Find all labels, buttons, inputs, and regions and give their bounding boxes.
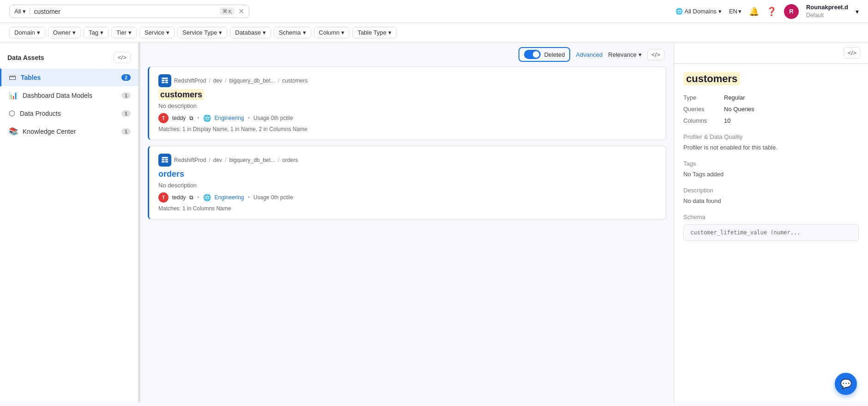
data-products-icon: ⬡ bbox=[9, 109, 15, 118]
svg-rect-4 bbox=[165, 82, 168, 83]
knowledge-icon: 📚 bbox=[9, 127, 18, 136]
tags-section: Tags No Tags added bbox=[683, 160, 859, 178]
chevron-down-icon: ▾ bbox=[738, 8, 741, 15]
domain-selector[interactable]: 🌐 All Domains ▾ bbox=[675, 8, 722, 15]
language-selector[interactable]: EN ▾ bbox=[729, 8, 741, 15]
globe-icon: 🌐 bbox=[675, 8, 683, 15]
copy-icon[interactable]: ⧉ bbox=[189, 115, 193, 121]
result-title-orders: orders bbox=[158, 169, 657, 179]
advanced-button[interactable]: Advanced bbox=[576, 51, 603, 58]
clear-search-button[interactable]: ✕ bbox=[238, 7, 244, 16]
usage-label: Usage 0th pctile bbox=[253, 194, 293, 201]
svg-rect-7 bbox=[165, 159, 168, 161]
sort-dropdown[interactable]: Relevance ▾ bbox=[608, 51, 641, 58]
result-description: No description bbox=[158, 102, 657, 109]
sidebar-expand-button[interactable]: </> bbox=[114, 52, 131, 63]
team-link[interactable]: Engineering bbox=[215, 194, 244, 201]
search-area: All ▾ ⌘ K ✕ bbox=[9, 5, 249, 18]
result-meta: T teddy ⧉ • 🌐 Engineering • Usage 0th pc… bbox=[158, 192, 657, 203]
usage-label: Usage 0th pctile bbox=[253, 115, 293, 121]
chevron-down-icon: ▾ bbox=[303, 29, 306, 36]
chevron-down-icon: ▾ bbox=[718, 8, 722, 15]
search-type-dropdown[interactable]: All ▾ bbox=[14, 8, 30, 15]
deleted-toggle-container: Deleted bbox=[518, 47, 571, 62]
chevron-down-icon: ▾ bbox=[23, 8, 26, 15]
notifications-button[interactable]: 🔔 bbox=[749, 6, 759, 17]
filter-service[interactable]: Service▾ bbox=[139, 27, 175, 38]
avatar[interactable]: R bbox=[784, 4, 799, 19]
svg-rect-1 bbox=[162, 80, 164, 81]
results-area: Deleted Advanced Relevance ▾ </> Redshif… bbox=[140, 42, 674, 402]
chevron-down-icon[interactable]: ▾ bbox=[856, 8, 859, 15]
chevron-down-icon: ▾ bbox=[128, 29, 132, 36]
filter-database[interactable]: Database▾ bbox=[230, 27, 271, 38]
globe-icon: 🌐 bbox=[203, 114, 211, 122]
panel-expand-button[interactable]: </> bbox=[844, 47, 861, 59]
owner-name: teddy bbox=[172, 194, 186, 201]
top-right-actions: 🌐 All Domains ▾ EN ▾ 🔔 ❓ R Rounakpreet.d… bbox=[675, 3, 859, 19]
chevron-down-icon: ▾ bbox=[166, 29, 169, 36]
dashboard-icon: 📊 bbox=[9, 91, 18, 100]
team-link[interactable]: Engineering bbox=[215, 115, 244, 121]
chevron-down-icon: ▾ bbox=[639, 51, 642, 58]
chevron-down-icon: ▾ bbox=[100, 29, 103, 36]
chat-fab-button[interactable]: 💬 bbox=[835, 373, 857, 395]
results-expand-button[interactable]: </> bbox=[647, 49, 664, 60]
filter-tag[interactable]: Tag▾ bbox=[84, 27, 108, 38]
copy-icon[interactable]: ⧉ bbox=[189, 194, 193, 201]
filter-column[interactable]: Column▾ bbox=[314, 27, 350, 38]
result-matches: Matches: 1 in Display Name, 1 in Name, 2… bbox=[158, 126, 657, 132]
svg-rect-2 bbox=[165, 80, 168, 81]
sidebar-item-knowledge-center[interactable]: 📚 Knowledge Center 1 bbox=[0, 122, 138, 140]
sidebar-item-data-products[interactable]: ⬡ Data Products 1 bbox=[0, 104, 138, 122]
filter-owner[interactable]: Owner▾ bbox=[48, 27, 81, 38]
panel-title: customers bbox=[683, 73, 859, 85]
panel-content: customers Type Regular Queries No Querie… bbox=[674, 64, 868, 259]
profiler-section: Profiler & Data Quality Profiler is not … bbox=[683, 133, 859, 151]
filter-service-type[interactable]: Service Type▾ bbox=[177, 27, 227, 38]
schema-preview: customer_lifetime_value (numer... bbox=[683, 224, 859, 241]
filter-table-type[interactable]: Table Type▾ bbox=[352, 27, 397, 38]
owner-name: teddy bbox=[172, 115, 186, 121]
result-matches: Matches: 1 in Columns Name bbox=[158, 205, 657, 212]
filter-tier[interactable]: Tier▾ bbox=[111, 27, 137, 38]
table-icon bbox=[158, 154, 171, 167]
result-meta: T teddy ⧉ • 🌐 Engineering • Usage 0th pc… bbox=[158, 113, 657, 123]
chevron-down-icon: ▾ bbox=[72, 29, 76, 36]
svg-rect-5 bbox=[162, 157, 168, 158]
description-section: Description No data found bbox=[683, 187, 859, 204]
owner-avatar: T bbox=[158, 192, 169, 203]
globe-icon: 🌐 bbox=[203, 194, 211, 201]
user-info[interactable]: Rounakpreet.d Default bbox=[806, 3, 848, 19]
sidebar-item-tables[interactable]: 🗃 Tables 2 bbox=[0, 69, 138, 86]
filter-schema[interactable]: Schema▾ bbox=[274, 27, 311, 38]
chat-icon: 💬 bbox=[840, 378, 852, 389]
help-button[interactable]: ❓ bbox=[766, 6, 777, 17]
sidebar-item-dashboard-data-models[interactable]: 📊 Dashboard Data Models 1 bbox=[0, 86, 138, 104]
results-toolbar: Deleted Advanced Relevance ▾ </> bbox=[140, 42, 674, 66]
filter-domain[interactable]: Domain▾ bbox=[9, 27, 45, 38]
owner-avatar: T bbox=[158, 113, 169, 123]
search-input[interactable] bbox=[34, 8, 216, 15]
type-row: Type Regular bbox=[683, 94, 859, 101]
deleted-toggle[interactable] bbox=[524, 50, 541, 59]
svg-rect-8 bbox=[162, 161, 164, 162]
chevron-down-icon: ▾ bbox=[263, 29, 266, 36]
svg-rect-3 bbox=[162, 82, 164, 83]
top-bar: All ▾ ⌘ K ✕ 🌐 All Domains ▾ EN ▾ 🔔 ❓ R R… bbox=[0, 0, 868, 23]
chevron-down-icon: ▾ bbox=[37, 29, 40, 36]
expand-icon: </> bbox=[848, 49, 856, 56]
svg-rect-0 bbox=[162, 78, 168, 79]
schema-section: Schema customer_lifetime_value (numer... bbox=[683, 214, 859, 241]
chevron-down-icon: ▾ bbox=[388, 29, 392, 36]
sidebar-header: Data Assets </> bbox=[0, 48, 138, 69]
filter-bar: Domain▾ Owner▾ Tag▾ Tier▾ Service▾ Servi… bbox=[0, 23, 868, 42]
right-panel: </> customers Type Regular Queries No Qu… bbox=[674, 42, 868, 402]
result-card-customers[interactable]: RedshiftProd / dev / bigquery_db_bet... … bbox=[148, 66, 666, 140]
breadcrumb: RedshiftProd / dev / bigquery_db_bet... … bbox=[158, 154, 657, 167]
queries-row: Queries No Queries bbox=[683, 106, 859, 113]
breadcrumb: RedshiftProd / dev / bigquery_db_bet... … bbox=[158, 74, 657, 87]
left-sidebar: Data Assets </> 🗃 Tables 2 📊 Dashboard D… bbox=[0, 42, 139, 402]
svg-rect-6 bbox=[162, 159, 164, 161]
result-card-orders[interactable]: RedshiftProd / dev / bigquery_db_bet... … bbox=[148, 146, 666, 220]
